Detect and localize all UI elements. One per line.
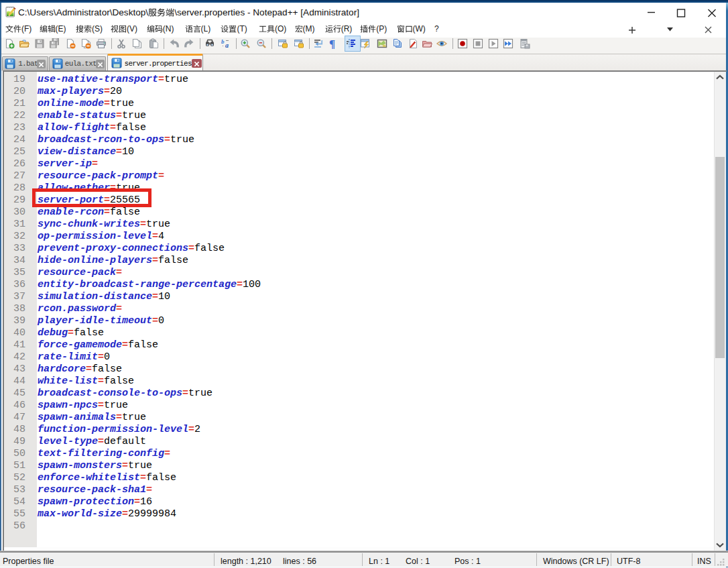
svg-text:¶: ¶	[329, 38, 335, 49]
svg-text:a: a	[225, 42, 229, 49]
svg-text:b: b	[221, 38, 225, 45]
